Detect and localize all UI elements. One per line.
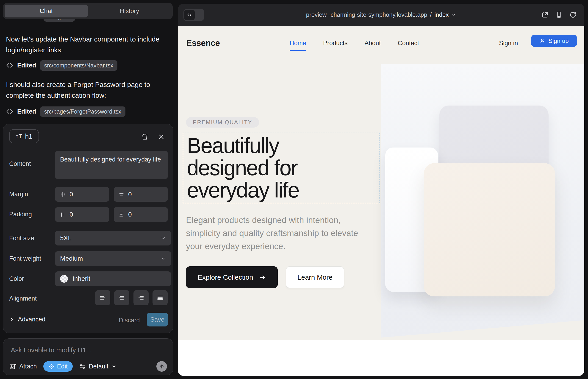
chat-message: Now let's update the Navbar component to…	[6, 34, 168, 55]
file-chip[interactable]: src/pages/ForgotPassword.tsx	[40, 107, 125, 117]
padding-label: Padding	[9, 211, 32, 218]
align-justify-button[interactable]	[153, 290, 168, 305]
chevron-down-icon	[451, 12, 456, 17]
element-style-editor: тT h1 Content Beautifully designed for e…	[3, 124, 173, 333]
edited-file-row: Edited src/pages/ForgotPassword.tsx	[6, 106, 125, 117]
code-icon	[6, 62, 13, 69]
preview-page: Essence Home Products About Contact Sign…	[178, 26, 584, 376]
browser-chrome-bar: preview--charming-site-symphony.lovable.…	[178, 4, 584, 26]
default-label: Default	[89, 363, 108, 370]
content-input[interactable]: Beautifully designed for everyday life	[55, 151, 168, 179]
content-label: Content	[9, 160, 31, 168]
premium-quality-badge: PREMIUM QUALITY	[186, 117, 259, 127]
tag-name: h1	[25, 133, 32, 140]
code-icon	[6, 108, 13, 115]
arrow-up-icon	[159, 363, 165, 369]
composer-input[interactable]	[11, 345, 162, 355]
site-navbar: Essence Home Products About Contact Sign…	[178, 26, 584, 60]
preview-browser-frame: preview--charming-site-symphony.lovable.…	[178, 4, 584, 376]
close-editor-button[interactable]	[156, 131, 167, 142]
sliders-icon	[79, 363, 86, 370]
selected-element-tag: тT h1	[9, 129, 39, 143]
send-button[interactable]	[156, 361, 167, 372]
advanced-toggle[interactable]: Advanced	[9, 316, 46, 323]
margin-x-value: 0	[69, 191, 73, 198]
nav-link-about[interactable]: About	[365, 40, 381, 47]
margin-horizontal-icon	[60, 191, 66, 198]
attach-image-icon	[9, 363, 16, 370]
font-size-value: 5XL	[60, 235, 72, 242]
font-weight-label: Font weight	[9, 255, 41, 262]
align-right-button[interactable]	[134, 290, 149, 305]
selected-h1-outline[interactable]: Beautifully designed for everyday life	[183, 133, 380, 203]
url-host: preview--charming-site-symphony.lovable.…	[306, 11, 427, 18]
tab-history[interactable]: History	[88, 5, 171, 17]
color-value: Inherit	[73, 275, 90, 283]
type-icon: тT	[16, 133, 22, 140]
sign-up-button[interactable]: Sign up	[531, 35, 577, 47]
explore-collection-button[interactable]: Explore Collection	[186, 266, 278, 288]
save-button[interactable]: Save	[147, 313, 168, 327]
discard-button[interactable]: Discard	[119, 317, 140, 324]
padding-y-input[interactable]: 0	[114, 207, 168, 222]
margin-x-input[interactable]: 0	[55, 187, 109, 202]
advanced-label: Advanced	[18, 316, 46, 323]
user-icon	[539, 38, 545, 44]
align-center-button[interactable]	[114, 290, 129, 305]
edit-mode-button[interactable]: Edit	[43, 361, 73, 372]
sign-up-label: Sign up	[548, 37, 569, 45]
attach-button[interactable]: Attach	[9, 363, 37, 370]
padding-y-value: 0	[128, 211, 132, 218]
font-weight-value: Medium	[60, 255, 83, 262]
file-chip[interactable]: src/components/Navbar.tsx	[40, 60, 118, 71]
next-section-background	[178, 340, 584, 376]
attach-label: Attach	[19, 363, 37, 370]
learn-more-button[interactable]: Learn More	[286, 266, 344, 288]
chevron-down-icon	[111, 364, 117, 369]
hero-bottom-wedge	[381, 318, 584, 340]
code-icon	[184, 10, 195, 20]
refresh-button[interactable]	[569, 11, 576, 18]
align-left-button[interactable]	[95, 290, 110, 305]
padding-x-value: 0	[69, 211, 73, 218]
font-weight-select[interactable]: Medium	[55, 251, 171, 266]
code-view-toggle[interactable]	[184, 9, 204, 21]
sign-in-link[interactable]: Sign in	[499, 26, 518, 60]
edited-label: Edited	[17, 108, 36, 115]
nav-link-products[interactable]: Products	[323, 40, 348, 47]
chevron-right-icon	[9, 317, 15, 322]
delete-element-button[interactable]	[139, 131, 150, 142]
tab-chat[interactable]: Chat	[5, 5, 88, 17]
composer-toolbar: Attach Edit Default	[9, 361, 167, 372]
arrow-right-icon	[259, 274, 266, 281]
open-external-button[interactable]	[542, 11, 549, 18]
color-swatch-icon	[60, 275, 68, 283]
hero-heading: Beautifully designed for everyday life	[187, 134, 299, 201]
url-breadcrumb[interactable]: preview--charming-site-symphony.lovable.…	[224, 4, 539, 26]
chevron-down-icon	[160, 256, 166, 261]
chat-history-tabbar: Chat History	[3, 3, 173, 19]
padding-vertical-icon	[118, 211, 124, 218]
padding-x-input[interactable]: 0	[55, 207, 109, 222]
site-logo[interactable]: Essence	[186, 26, 220, 60]
alignment-label: Alignment	[9, 295, 37, 302]
padding-horizontal-icon	[60, 211, 66, 218]
edit-label: Edit	[57, 363, 68, 370]
url-separator: /	[430, 11, 432, 18]
edited-label: Edited	[17, 62, 36, 69]
margin-y-value: 0	[128, 191, 132, 198]
target-icon	[48, 363, 55, 370]
chevron-down-icon	[160, 235, 166, 241]
margin-label: Margin	[9, 191, 28, 198]
nav-link-home[interactable]: Home	[290, 40, 306, 47]
nav-link-contact[interactable]: Contact	[398, 40, 419, 47]
margin-y-input[interactable]: 0	[114, 187, 168, 202]
model-default-select[interactable]: Default	[79, 363, 117, 370]
font-size-label: Font size	[9, 235, 34, 242]
color-select[interactable]: Inherit	[55, 271, 171, 286]
url-path: index	[434, 11, 449, 18]
chat-composer: Attach Edit Default	[3, 338, 173, 375]
edited-file-row: Edited src/components/Navbar.tsx	[6, 60, 117, 71]
font-size-select[interactable]: 5XL	[55, 231, 171, 245]
mobile-view-button[interactable]	[556, 11, 563, 18]
